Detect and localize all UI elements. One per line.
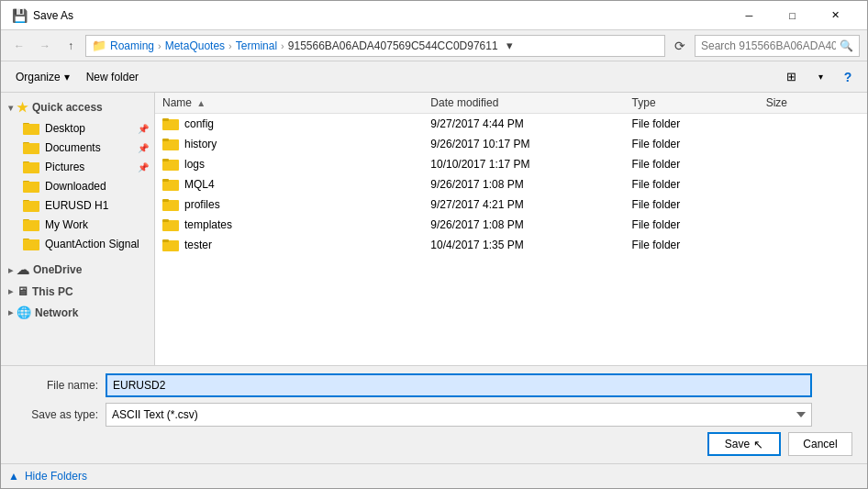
cursor-icon: ↖ <box>753 438 763 451</box>
pin-icon: 📌 <box>138 123 149 133</box>
view-button[interactable]: ⊞ <box>777 65 805 89</box>
sidebar-item-pictures[interactable]: Pictures 📌 <box>1 157 154 176</box>
sidebar-item-quantaction[interactable]: QuantAction Signal <box>1 234 154 253</box>
file-date: 9/27/2017 4:21 PM <box>430 198 631 211</box>
folder-icon <box>162 217 179 231</box>
save-label: Save <box>725 438 750 450</box>
breadcrumb-dropdown-button[interactable]: ▾ <box>502 36 518 56</box>
file-type: File folder <box>632 158 766 171</box>
svg-rect-24 <box>162 139 169 141</box>
sidebar-section-onedrive[interactable]: ▸ ☁ OneDrive <box>1 259 154 281</box>
organize-chevron-icon: ▾ <box>64 71 70 83</box>
cancel-label: Cancel <box>803 438 837 450</box>
svg-rect-11 <box>23 182 39 192</box>
table-row[interactable]: templates 9/26/2017 1:08 PM File folder <box>155 215 867 235</box>
chevron-right-icon: ▸ <box>8 307 13 317</box>
svg-rect-5 <box>23 143 39 153</box>
save-button[interactable]: Save ↖ <box>707 432 781 456</box>
view-dropdown-button[interactable]: ▾ <box>807 65 834 89</box>
file-list-header: Name ▲ Date modified Type Size <box>155 93 867 114</box>
file-name: config <box>184 117 214 130</box>
maximize-button[interactable]: □ <box>772 6 813 26</box>
sidebar-documents-label: Documents <box>45 141 101 154</box>
svg-rect-8 <box>23 162 39 172</box>
file-name: tester <box>184 239 212 251</box>
file-list: Name ▲ Date modified Type Size <box>155 93 867 365</box>
onedrive-label: OneDrive <box>33 263 82 276</box>
svg-rect-30 <box>162 199 169 202</box>
new-folder-button[interactable]: New folder <box>79 65 146 89</box>
breadcrumb-metaquotes[interactable]: MetaQuotes <box>165 39 225 52</box>
chevron-up-icon: ▲ <box>8 470 19 483</box>
filename-label: File name: <box>16 379 98 392</box>
cancel-button[interactable]: Cancel <box>788 432 852 456</box>
pc-icon: 🖥 <box>17 284 28 298</box>
folder-icon <box>23 140 39 154</box>
table-row[interactable]: tester 10/4/2017 1:35 PM File folder <box>155 235 867 255</box>
hide-folders-bar[interactable]: ▲ Hide Folders <box>1 463 867 488</box>
back-button[interactable]: ← <box>8 35 30 57</box>
star-icon: ★ <box>17 100 28 115</box>
svg-rect-22 <box>162 118 169 121</box>
window-controls: ─ □ ✕ <box>729 6 856 26</box>
sort-arrow-icon: ▲ <box>196 98 206 108</box>
sidebar-section-network[interactable]: ▸ 🌐 Network <box>1 302 154 323</box>
chevron-right-icon: ▸ <box>8 265 13 275</box>
file-type: File folder <box>632 198 766 211</box>
search-input[interactable] <box>701 39 836 52</box>
view-dropdown-icon: ▾ <box>818 72 823 82</box>
sidebar-item-documents[interactable]: Documents 📌 <box>1 138 154 157</box>
svg-rect-28 <box>162 179 169 182</box>
svg-rect-34 <box>162 239 169 242</box>
file-date: 9/26/2017 1:08 PM <box>430 178 631 191</box>
sidebar-item-downloaded[interactable]: Downloaded <box>1 176 154 195</box>
folder-icon <box>23 217 39 231</box>
help-button[interactable]: ? <box>836 65 860 89</box>
file-date: 10/4/2017 1:35 PM <box>430 239 631 251</box>
folder-icon <box>23 198 39 212</box>
sidebar-item-desktop[interactable]: Desktop 📌 <box>1 118 154 138</box>
minimize-button[interactable]: ─ <box>729 6 770 26</box>
table-row[interactable]: config 9/27/2017 4:44 PM File folder <box>155 114 867 134</box>
breadcrumb-terminal[interactable]: Terminal <box>236 39 277 52</box>
column-name[interactable]: Name ▲ <box>162 96 430 109</box>
close-button[interactable]: ✕ <box>815 6 856 26</box>
column-date[interactable]: Date modified <box>430 96 631 109</box>
up-button[interactable]: ↑ <box>60 35 82 57</box>
savetype-label: Save as type: <box>16 408 98 421</box>
file-date: 9/26/2017 10:17 PM <box>430 138 631 150</box>
organize-button[interactable]: Organize ▾ <box>8 65 77 89</box>
chevron-right-icon: ▸ <box>8 286 13 296</box>
column-type-label: Type <box>632 96 656 109</box>
file-name: MQL4 <box>184 178 215 191</box>
table-row[interactable]: MQL4 9/26/2017 1:08 PM File folder <box>155 174 867 194</box>
svg-rect-2 <box>23 124 39 134</box>
forward-button[interactable]: → <box>34 35 56 57</box>
sidebar-item-my-work[interactable]: My Work <box>1 215 154 234</box>
breadcrumb-folder-icon: 📁 <box>92 39 106 52</box>
table-row[interactable]: profiles 9/27/2017 4:21 PM File folder <box>155 194 867 215</box>
sidebar-item-eurusd-h1[interactable]: EURUSD H1 <box>1 195 154 215</box>
column-date-label: Date modified <box>430 96 498 109</box>
breadcrumb-roaming[interactable]: Roaming <box>110 39 154 52</box>
sidebar-section-quick-access[interactable]: ▾ ★ Quick access <box>1 96 154 118</box>
column-size-label: Size <box>766 96 787 109</box>
refresh-button[interactable]: ⟳ <box>669 35 691 57</box>
column-size[interactable]: Size <box>766 96 860 109</box>
sidebar-downloaded-label: Downloaded <box>45 180 106 193</box>
table-row[interactable]: logs 10/10/2017 1:17 PM File folder <box>155 154 867 174</box>
hide-folders-label: Hide Folders <box>25 470 87 483</box>
folder-icon <box>162 177 179 191</box>
network-icon: 🌐 <box>17 306 31 319</box>
pin-icon: 📌 <box>138 161 149 172</box>
sidebar-section-thispc[interactable]: ▸ 🖥 This PC <box>1 281 154 302</box>
filetype-select[interactable]: ASCII Text (*.csv) <box>106 403 812 427</box>
savetype-row: Save as type: ASCII Text (*.csv) <box>16 403 852 427</box>
table-row[interactable]: history 9/26/2017 10:17 PM File folder <box>155 134 867 154</box>
new-folder-label: New folder <box>86 71 139 83</box>
file-date: 9/27/2017 4:44 PM <box>430 117 631 130</box>
sidebar-eurusd-label: EURUSD H1 <box>45 199 108 212</box>
file-type: File folder <box>632 117 766 130</box>
column-type[interactable]: Type <box>632 96 766 109</box>
filename-input[interactable] <box>106 373 812 397</box>
